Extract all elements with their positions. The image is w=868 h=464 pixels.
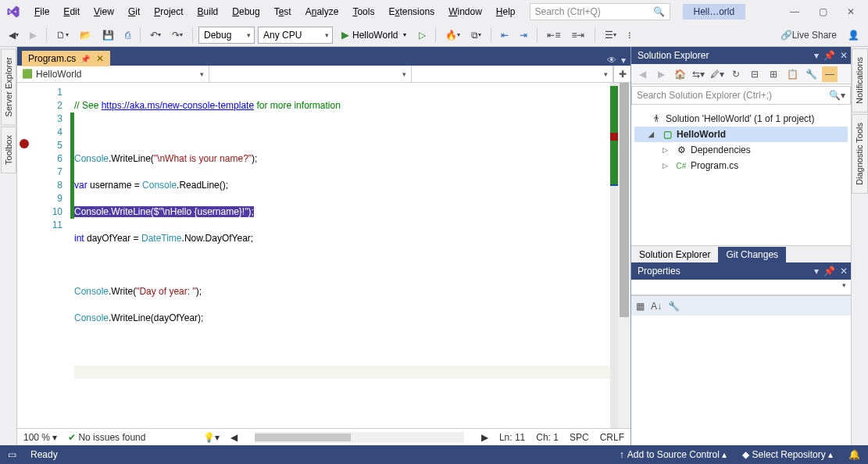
tab-solution-explorer[interactable]: Solution Explorer — [631, 247, 718, 262]
server-explorer-tab[interactable]: Server Explorer — [1, 48, 16, 125]
se-collapse-icon[interactable]: ⊟ — [747, 66, 763, 82]
indent-dec-icon[interactable]: ⇤≡ — [543, 27, 564, 43]
pin-icon[interactable]: 📌 — [80, 55, 90, 63]
col-indicator[interactable]: Ch: 1 — [536, 432, 559, 443]
menu-analyze[interactable]: Analyze — [299, 3, 345, 20]
panel-pin-icon[interactable]: 📌 — [823, 50, 835, 61]
tree-solution-node[interactable]: 🛉Solution 'HelloWorld' (1 of 1 project) — [634, 111, 848, 127]
se-refresh-icon[interactable]: ↻ — [728, 66, 744, 82]
notifications-tab[interactable]: Notifications — [852, 48, 868, 112]
solution-title-pill[interactable]: Hell…orld — [683, 4, 746, 20]
feedback-icon[interactable]: 👤 — [844, 27, 863, 43]
menu-edit[interactable]: Edit — [57, 3, 86, 20]
breakpoint-icon[interactable] — [20, 139, 29, 148]
tab-overflow-icon[interactable]: 👁 — [607, 55, 616, 66]
platform-combo[interactable]: Any CPU — [258, 27, 333, 44]
se-fwd-icon[interactable]: ▶ — [653, 66, 669, 82]
tree-dependencies-node[interactable]: ▷⚙Dependencies — [634, 142, 848, 158]
panel-close-icon[interactable]: ✕ — [840, 50, 848, 61]
se-properties-icon[interactable]: 📋 — [784, 66, 800, 82]
vertical-scrollbar[interactable] — [618, 83, 630, 428]
breakpoint-margin[interactable] — [17, 83, 33, 428]
lightbulb-icon[interactable]: 💡▾ — [203, 432, 220, 443]
solution-explorer-header[interactable]: Solution Explorer ▾📌✕ — [631, 47, 851, 64]
close-tab-icon[interactable]: ✕ — [96, 53, 104, 64]
toolbox-tab[interactable]: Toolbox — [1, 127, 16, 173]
code-editor[interactable]: // See https://aka.ms/new-console-templa… — [74, 83, 610, 428]
step-icon-1[interactable]: ⇤ — [497, 27, 513, 43]
error-summary[interactable]: ✔No issues found — [68, 432, 145, 443]
menu-debug[interactable]: Debug — [226, 3, 266, 20]
se-preview-icon[interactable]: 🔧 — [803, 66, 819, 82]
zoom-combo[interactable]: 100 % ▾ — [23, 432, 57, 443]
open-icon[interactable]: 📂 — [76, 27, 95, 43]
diagnostic-tools-tab[interactable]: Diagnostic Tools — [852, 114, 868, 194]
sort-icon[interactable]: A↓ — [651, 301, 662, 312]
tb-misc-1[interactable]: ⧉▾ — [467, 27, 485, 43]
menu-file[interactable]: File — [28, 3, 55, 20]
menu-build[interactable]: Build — [191, 3, 225, 20]
step-icon-2[interactable]: ⇥ — [516, 27, 531, 43]
redo-icon[interactable]: ↷▾ — [168, 27, 187, 43]
split-editor-icon[interactable]: ✚ — [613, 66, 630, 82]
hot-reload-icon[interactable]: 🔥▾ — [441, 27, 464, 43]
properties-object-combo[interactable] — [631, 280, 851, 295]
new-project-icon[interactable]: 🗋▾ — [52, 27, 73, 43]
quick-search[interactable]: Search (Ctrl+Q) 🔍 — [530, 3, 670, 20]
select-repository[interactable]: ◆ Select Repository ▴ — [742, 449, 833, 460]
menu-git[interactable]: Git — [122, 3, 146, 20]
minimize-button[interactable]: — — [780, 1, 809, 23]
menu-view[interactable]: View — [88, 3, 120, 20]
eol-indicator[interactable]: CRLF — [600, 432, 624, 443]
menu-extensions[interactable]: Extensions — [382, 3, 441, 20]
line-indicator[interactable]: Ln: 11 — [499, 432, 525, 443]
tree-project-node[interactable]: ◢▢HelloWorld — [634, 127, 848, 142]
save-icon[interactable]: 💾 — [98, 27, 118, 43]
menu-window[interactable]: Window — [442, 3, 488, 20]
nav-member-combo[interactable] — [412, 66, 614, 82]
solution-tree[interactable]: 🛉Solution 'HelloWorld' (1 of 1 project) … — [631, 106, 851, 245]
se-back-icon[interactable]: ◀ — [634, 66, 650, 82]
indent-inc-icon[interactable]: ≡⇥ — [567, 27, 588, 43]
save-all-icon[interactable]: ⎙ — [121, 27, 134, 43]
config-combo[interactable]: Debug — [198, 27, 255, 44]
panel-menu-icon[interactable]: ▾ — [814, 50, 819, 61]
categorize-icon[interactable]: ▦ — [636, 301, 645, 312]
se-view-icon[interactable]: — — [822, 66, 838, 82]
start-nodebug-icon[interactable]: ▷ — [415, 27, 430, 43]
se-filter-icon[interactable]: 🖉▾ — [709, 66, 725, 82]
uncomment-icon[interactable]: ⫶ — [623, 27, 636, 43]
document-tab-program[interactable]: Program.cs 📌 ✕ — [22, 51, 110, 66]
tab-git-changes[interactable]: Git Changes — [718, 247, 786, 262]
maximize-button[interactable]: ▢ — [809, 1, 837, 23]
add-source-control[interactable]: Add to Source Control ▴ — [620, 449, 727, 460]
nav-project-combo[interactable]: 🟩 HelloWorld — [17, 66, 209, 82]
panel-pin-icon[interactable]: 📌 — [823, 266, 835, 277]
se-showall-icon[interactable]: ⊞ — [766, 66, 781, 82]
notifications-icon[interactable]: 🔔 — [848, 449, 860, 460]
panel-menu-icon[interactable]: ▾ — [814, 266, 819, 277]
menu-help[interactable]: Help — [490, 3, 522, 20]
menu-test[interactable]: Test — [268, 3, 298, 20]
se-home-icon[interactable]: 🏠 — [672, 66, 688, 82]
forward-button[interactable]: ▶ — [26, 27, 41, 43]
comment-icon[interactable]: ☰▾ — [601, 27, 620, 43]
nav-type-combo[interactable] — [209, 66, 412, 82]
tab-dropdown-icon[interactable]: ▾ — [621, 55, 626, 66]
prop-pages-icon[interactable]: 🔧 — [668, 301, 680, 312]
solution-search[interactable]: Search Solution Explorer (Ctrl+;) 🔍▾ — [631, 86, 851, 105]
back-button[interactable]: ◀▾ — [5, 27, 23, 43]
overview-ruler[interactable] — [610, 83, 618, 428]
properties-header[interactable]: Properties ▾📌✕ — [631, 262, 851, 280]
tree-file-program[interactable]: ▷C#Program.cs — [634, 158, 848, 173]
start-debug-button[interactable]: ▶HelloWorld▾ — [336, 27, 412, 43]
panel-close-icon[interactable]: ✕ — [840, 266, 848, 277]
close-button[interactable]: ✕ — [837, 1, 865, 23]
menu-project[interactable]: Project — [148, 3, 189, 20]
spaces-indicator[interactable]: SPC — [570, 432, 589, 443]
se-sync-icon[interactable]: ⇆▾ — [691, 66, 706, 82]
undo-icon[interactable]: ↶▾ — [146, 27, 165, 43]
live-share-button[interactable]: 🔗 Live Share — [777, 27, 841, 43]
horizontal-scrollbar[interactable] — [255, 432, 463, 443]
properties-grid[interactable] — [631, 316, 851, 445]
